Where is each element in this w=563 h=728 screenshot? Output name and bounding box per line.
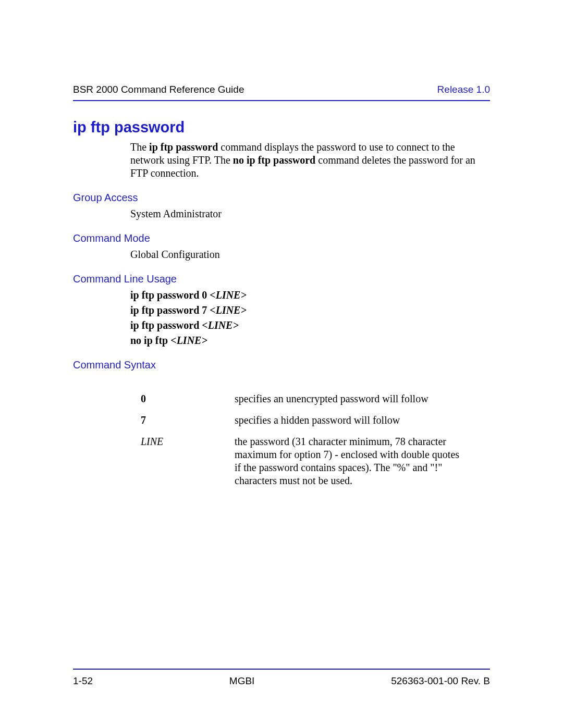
footer-rule [73, 669, 490, 670]
usage-bold: no ip ftp [130, 335, 170, 346]
page-footer: 1-52 MGBI 526363-001-00 Rev. B [73, 669, 490, 687]
usage-italic: <LINE> [210, 304, 247, 316]
intro-paragraph: The ip ftp password command displays the… [130, 141, 485, 180]
usage-line: ip ftp password <LINE> [130, 319, 485, 332]
syntax-key: 0 [141, 392, 235, 405]
header-guide-title: BSR 2000 Command Reference Guide [73, 83, 244, 96]
usage-bold: ip ftp password [130, 319, 202, 331]
usage-bold: ip ftp password 0 [130, 289, 210, 301]
footer-doc-id: 526363-001-00 Rev. B [391, 675, 490, 687]
usage-italic: <LINE> [210, 289, 247, 301]
usage-italic: <LINE> [170, 335, 207, 346]
document-page: BSR 2000 Command Reference Guide Release… [0, 0, 563, 728]
group-access-value: System Administrator [130, 207, 485, 220]
syntax-table: 0 specifies an unencrypted password will… [141, 392, 464, 487]
syntax-desc: the password (31 character minimum, 78 c… [235, 435, 464, 487]
syntax-desc: specifies an unencrypted password will f… [235, 392, 464, 405]
syntax-desc: specifies a hidden password will follow [235, 414, 464, 427]
intro-cmd1: ip ftp password [149, 141, 218, 153]
command-mode-label: Command Mode [73, 232, 490, 245]
intro-cmd2: no ip ftp password [233, 154, 315, 166]
syntax-row: 7 specifies a hidden password will follo… [141, 414, 464, 427]
usage-italic: <LINE> [202, 319, 239, 331]
usage-line: ip ftp password 0 <LINE> [130, 289, 485, 302]
syntax-key: 7 [141, 414, 235, 427]
syntax-key: LINE [141, 435, 235, 487]
header-rule [73, 100, 490, 101]
usage-lines: ip ftp password 0 <LINE> ip ftp password… [130, 289, 485, 347]
page-header: BSR 2000 Command Reference Guide Release… [73, 83, 490, 100]
command-mode-value: Global Configuration [130, 248, 485, 261]
syntax-row: LINE the password (31 character minimum,… [141, 435, 464, 487]
command-title: ip ftp password [73, 118, 490, 137]
command-line-usage-label: Command Line Usage [73, 273, 490, 286]
footer-center: MGBI [229, 675, 255, 687]
group-access-label: Group Access [73, 191, 490, 204]
syntax-row: 0 specifies an unencrypted password will… [141, 392, 464, 405]
usage-line: no ip ftp <LINE> [130, 334, 485, 347]
footer-page-number: 1-52 [73, 675, 93, 687]
intro-text: The [130, 141, 149, 153]
usage-line: ip ftp password 7 <LINE> [130, 304, 485, 317]
command-syntax-label: Command Syntax [73, 359, 490, 372]
usage-bold: ip ftp password 7 [130, 304, 210, 316]
header-release: Release 1.0 [437, 83, 490, 96]
